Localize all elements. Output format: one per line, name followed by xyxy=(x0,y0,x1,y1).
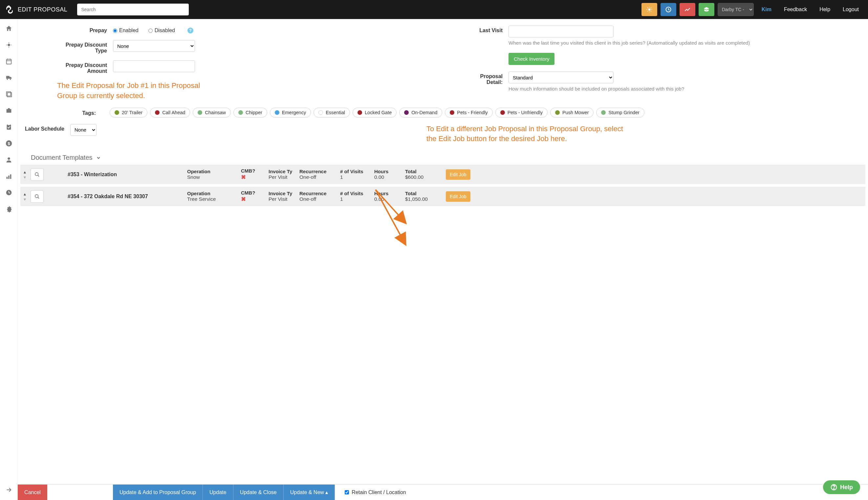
document-templates-toggle[interactable]: Document Templates xyxy=(31,154,868,161)
tag-pill[interactable]: Pets - Friendly xyxy=(445,107,492,117)
svg-line-7 xyxy=(647,11,648,11)
update-new-button[interactable]: Update & New ▴ xyxy=(283,485,335,500)
tag-pill[interactable]: On-Demand xyxy=(399,107,442,117)
move-down-icon[interactable]: ▾ xyxy=(24,196,26,202)
tag-pill[interactable]: Stump Grinder xyxy=(596,107,644,117)
proposal-detail-select[interactable]: Standard xyxy=(509,71,614,83)
invoice-label: Invoice Ty xyxy=(268,169,298,174)
feedback-link[interactable]: Feedback xyxy=(779,7,812,12)
tag-label: Pets - Unfriendly xyxy=(508,110,543,115)
help-link[interactable]: Help xyxy=(815,7,835,12)
tag-label: Chainsaw xyxy=(205,110,226,115)
library-icon[interactable] xyxy=(5,91,12,98)
prepay-disabled-radio[interactable]: Disabled xyxy=(148,27,175,33)
check-inventory-button[interactable]: Check Inventory xyxy=(509,53,555,65)
tag-pill[interactable]: Locked Gate xyxy=(353,107,397,117)
tag-pill[interactable]: Essential xyxy=(313,107,350,117)
tag-dot-icon xyxy=(319,110,323,115)
svg-point-27 xyxy=(8,158,10,160)
briefcase-icon[interactable] xyxy=(5,107,12,114)
svg-point-0 xyxy=(648,9,650,11)
edit-job-button[interactable]: Edit Job xyxy=(446,169,470,180)
total-label: Total xyxy=(405,191,445,196)
proposal-detail-label: Proposal Detail: xyxy=(466,71,509,85)
settings-icon[interactable] xyxy=(5,205,12,213)
tag-pill[interactable]: Chainsaw xyxy=(193,107,231,117)
tag-dot-icon xyxy=(238,110,243,115)
cmb-x-icon: ✖ xyxy=(241,195,267,203)
job-title: #353 - Winterization xyxy=(68,172,186,178)
job-title: #354 - 372 Oakdale Rd NE 30307 xyxy=(68,194,186,200)
proposal-detail-help: How much information should be included … xyxy=(509,85,855,92)
truck-icon[interactable] xyxy=(5,74,12,81)
discount-amount-label: Prepay Discount Amount xyxy=(57,60,113,74)
svg-line-33 xyxy=(38,175,39,177)
tag-label: Emergency xyxy=(282,110,306,115)
retain-checkbox[interactable]: Retain Client / Location xyxy=(335,485,406,500)
tag-pill[interactable]: 20' Trailer xyxy=(110,107,147,117)
bar-chart-icon[interactable] xyxy=(5,173,12,180)
tag-dot-icon xyxy=(555,110,560,115)
tag-dot-icon xyxy=(198,110,202,115)
tag-pill[interactable]: Pets - Unfriendly xyxy=(496,107,548,117)
cmb-x-icon: ✖ xyxy=(241,173,267,181)
labor-schedule-select[interactable]: None xyxy=(70,124,97,136)
prepay-help-icon[interactable]: ? xyxy=(188,27,193,33)
logout-link[interactable]: Logout xyxy=(838,7,864,12)
svg-line-5 xyxy=(647,8,648,8)
update-close-button[interactable]: Update & Close xyxy=(233,485,283,500)
tag-dot-icon xyxy=(114,110,119,115)
labor-schedule-label: Labor Schedule xyxy=(24,124,70,132)
operation-value: Tree Service xyxy=(187,196,240,202)
graduation-button[interactable] xyxy=(699,3,714,16)
user-link[interactable]: Kim xyxy=(757,7,776,12)
invoice-value: Per Visit xyxy=(268,174,298,180)
svg-line-8 xyxy=(651,8,651,8)
clipboard-check-icon[interactable] xyxy=(5,123,12,130)
recurrence-label: Recurrence xyxy=(299,169,339,174)
money-icon[interactable]: $ xyxy=(5,140,12,147)
tag-pill[interactable]: Chipper xyxy=(233,107,267,117)
total-value: $1,050.00 xyxy=(405,196,445,202)
tag-pill[interactable]: Call Ahead xyxy=(150,107,190,117)
last-visit-input[interactable] xyxy=(509,26,614,37)
calendar-icon[interactable] xyxy=(5,58,12,65)
tag-label: 20' Trailer xyxy=(122,110,143,115)
tag-dot-icon xyxy=(500,110,505,115)
tag-pill[interactable]: Push Mower xyxy=(550,107,594,117)
tag-dot-icon xyxy=(404,110,409,115)
operation-value: Snow xyxy=(187,174,240,180)
svg-point-20 xyxy=(10,79,11,80)
collapse-icon[interactable] xyxy=(5,486,12,493)
clock-button[interactable] xyxy=(660,3,676,16)
search-input[interactable] xyxy=(77,4,189,15)
discount-type-select[interactable]: None xyxy=(113,40,195,52)
svg-point-19 xyxy=(7,79,8,80)
invoice-value: Per Visit xyxy=(268,196,298,202)
visits-label: # of Visits xyxy=(340,169,373,174)
org-selector[interactable]: Darby TC - Ki xyxy=(717,3,754,16)
move-up-icon[interactable]: ▴ xyxy=(24,169,26,174)
update-add-button[interactable]: Update & Add to Proposal Group xyxy=(113,485,203,500)
person-icon[interactable] xyxy=(5,156,12,163)
chart-button[interactable] xyxy=(680,3,695,16)
move-down-icon[interactable]: ▾ xyxy=(24,174,26,180)
clock-icon[interactable] xyxy=(5,189,12,196)
view-job-button[interactable] xyxy=(31,190,44,203)
discount-amount-input[interactable] xyxy=(113,60,195,72)
operation-label: Operation xyxy=(187,191,240,196)
tag-label: Stump Grinder xyxy=(608,110,639,115)
cancel-button[interactable]: Cancel xyxy=(18,485,47,500)
home-icon[interactable] xyxy=(5,25,12,32)
prepay-enabled-radio[interactable]: Enabled xyxy=(113,27,138,33)
help-bubble[interactable]: Help xyxy=(823,480,860,494)
tag-pill[interactable]: Emergency xyxy=(270,107,311,117)
sun-button[interactable] xyxy=(642,3,657,16)
edit-job-button[interactable]: Edit Job xyxy=(446,191,470,202)
job-row: ▴ ▾ #353 - Winterization OperationSnow C… xyxy=(20,165,865,184)
update-button[interactable]: Update xyxy=(203,485,233,500)
move-up-icon[interactable]: ▴ xyxy=(24,191,26,196)
weather-icon[interactable] xyxy=(5,41,12,48)
cmb-label: CMB? xyxy=(241,168,267,173)
view-job-button[interactable] xyxy=(31,168,44,181)
